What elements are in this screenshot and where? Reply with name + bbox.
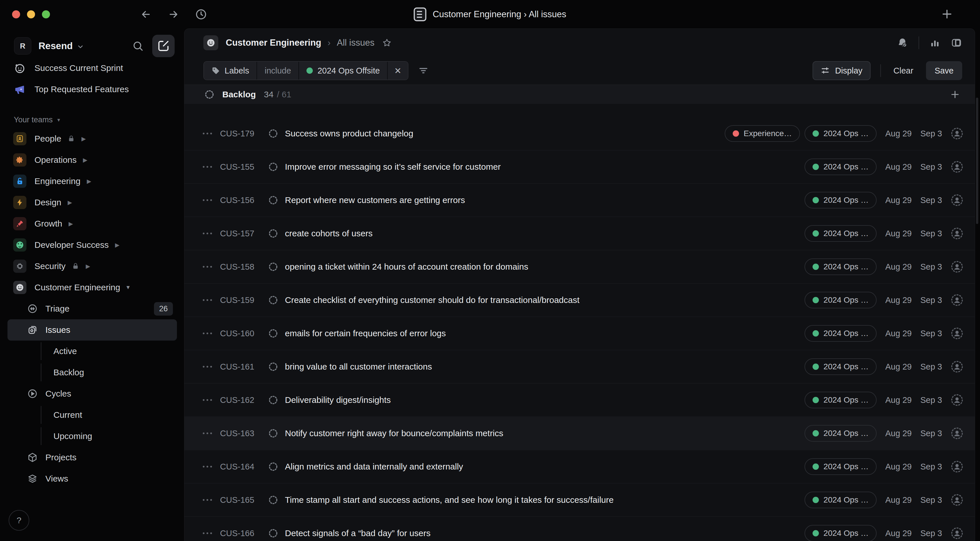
breadcrumb-view[interactable]: All issues	[337, 38, 374, 48]
issue-row[interactable]: CUS-157 create cohorts of users 2024 Ops…	[185, 217, 975, 250]
assignee-avatar[interactable]	[951, 360, 963, 373]
issue-title[interactable]: Create checklist of everything customer …	[285, 295, 796, 305]
label-pill[interactable]: 2024 Ops …	[805, 525, 877, 541]
priority-icon[interactable]	[203, 466, 216, 468]
backlog-section-header[interactable]: Backlog 34 / 61	[185, 85, 975, 104]
filter-value[interactable]: 2024 Ops Offsite	[299, 62, 387, 80]
backlog-status-icon[interactable]	[268, 395, 278, 405]
display-button[interactable]: Display	[813, 61, 870, 80]
label-pill[interactable]: 2024 Ops …	[805, 258, 877, 275]
chevron-down-icon[interactable]	[77, 43, 84, 51]
label-pill[interactable]: 2024 Ops …	[805, 125, 877, 142]
priority-icon[interactable]	[203, 366, 216, 368]
sidebar-item-triage[interactable]: Triage 26	[8, 298, 177, 319]
issue-row[interactable]: CUS-163 Notify customer right away for b…	[185, 417, 975, 450]
new-tab-button[interactable]	[940, 8, 954, 21]
assignee-avatar[interactable]	[951, 127, 963, 140]
your-teams-header[interactable]: Your teams▾	[8, 111, 177, 128]
add-issue-button[interactable]	[950, 89, 961, 100]
backlog-status-icon[interactable]	[268, 262, 278, 272]
search-icon[interactable]	[129, 37, 147, 55]
priority-icon[interactable]	[203, 499, 216, 501]
issue-row[interactable]: CUS-162 Deliverability digest/insights 2…	[185, 383, 975, 417]
issue-title[interactable]: Time stamp all start and success actions…	[285, 495, 796, 505]
add-filter-icon[interactable]	[418, 65, 428, 76]
sidebar-item-cycles[interactable]: Cycles	[8, 383, 177, 404]
sidebar-team-design[interactable]: Design ▶	[8, 192, 177, 213]
assignee-avatar[interactable]	[951, 493, 963, 506]
issue-row[interactable]: CUS-158 opening a ticket within 24 hours…	[185, 250, 975, 284]
assignee-avatar[interactable]	[951, 527, 963, 539]
breadcrumb-team[interactable]: Customer Engineering	[226, 38, 321, 48]
backlog-status-icon[interactable]	[268, 195, 278, 205]
label-pill[interactable]: 2024 Ops …	[805, 159, 877, 175]
issue-row[interactable]: CUS-165 Time stamp all start and success…	[185, 484, 975, 517]
sidebar-team-security[interactable]: Security ▶	[8, 256, 177, 277]
label-pill[interactable]: 2024 Ops …	[805, 192, 877, 208]
priority-icon[interactable]	[203, 399, 216, 401]
backlog-status-icon[interactable]	[268, 428, 278, 438]
forward-button[interactable]	[167, 8, 180, 21]
priority-icon[interactable]	[203, 199, 216, 201]
issue-title[interactable]: bring value to all customer interactions	[285, 362, 796, 372]
sidebar-team-developer-success[interactable]: Developer Success ▶	[8, 234, 177, 256]
workspace-logo[interactable]: R	[14, 38, 31, 54]
assignee-avatar[interactable]	[951, 261, 963, 273]
side-panel-toggle-icon[interactable]	[951, 37, 962, 49]
sidebar-item-top-requested-features[interactable]: Top Requested Features	[8, 79, 177, 100]
issue-row[interactable]: CUS-160 emails for certain frequencies o…	[185, 317, 975, 350]
priority-icon[interactable]	[203, 333, 216, 334]
issue-title[interactable]: Detect signals of a “bad day” for users	[285, 528, 796, 538]
filter-field[interactable]: Labels	[204, 62, 256, 80]
priority-icon[interactable]	[203, 133, 216, 134]
backlog-status-icon[interactable]	[268, 162, 278, 172]
sidebar-item-projects[interactable]: Projects	[8, 447, 177, 468]
priority-icon[interactable]	[203, 299, 216, 301]
issue-title[interactable]: create cohorts of users	[285, 229, 796, 238]
issue-row[interactable]: CUS-156 Report where new customers are g…	[185, 184, 975, 217]
label-pill[interactable]: 2024 Ops …	[805, 492, 877, 508]
notifications-icon[interactable]	[897, 37, 908, 49]
sidebar-scroll-area[interactable]: Success Current Sprint Top Requested Fea…	[8, 62, 177, 487]
issue-row[interactable]: CUS-155 Improve error messaging so it’s …	[185, 151, 975, 184]
backlog-status-icon[interactable]	[268, 229, 278, 238]
help-button[interactable]: ?	[9, 510, 29, 531]
priority-icon[interactable]	[203, 232, 216, 234]
sidebar-item-issues[interactable]: Issues	[8, 319, 177, 341]
insights-icon[interactable]	[929, 37, 940, 48]
backlog-status-icon[interactable]	[268, 495, 278, 505]
issue-title[interactable]: Deliverability digest/insights	[285, 395, 796, 405]
remove-filter-button[interactable]: ✕	[388, 62, 407, 80]
sidebar-team-operations[interactable]: Operations ▶	[8, 149, 177, 170]
workspace-name[interactable]: Resend	[38, 40, 73, 51]
save-button[interactable]: Save	[926, 61, 962, 80]
issue-row[interactable]: CUS-161 bring value to all customer inte…	[185, 350, 975, 383]
sidebar-item-success-current-sprint[interactable]: Success Current Sprint	[8, 62, 177, 79]
backlog-status-icon[interactable]	[268, 528, 278, 538]
label-pill[interactable]: 2024 Ops …	[805, 458, 877, 475]
sidebar-team-engineering[interactable]: Engineering ▶	[8, 170, 177, 192]
sidebar-item-upcoming[interactable]: Upcoming	[8, 426, 177, 447]
assignee-avatar[interactable]	[951, 394, 963, 406]
priority-icon[interactable]	[203, 433, 216, 434]
new-issue-button[interactable]	[152, 35, 175, 57]
assignee-avatar[interactable]	[951, 460, 963, 473]
close-window-button[interactable]	[12, 10, 20, 18]
backlog-status-icon[interactable]	[268, 462, 278, 471]
sidebar-item-views[interactable]: Views	[8, 468, 177, 487]
back-button[interactable]	[139, 8, 153, 21]
issue-title[interactable]: Report where new customers are getting e…	[285, 195, 796, 205]
issue-row[interactable]: CUS-159 Create checklist of everything c…	[185, 284, 975, 317]
assignee-avatar[interactable]	[951, 161, 963, 173]
clear-button[interactable]: Clear	[891, 66, 916, 76]
label-pill[interactable]: 2024 Ops …	[805, 425, 877, 442]
backlog-status-icon[interactable]	[268, 328, 278, 338]
assignee-avatar[interactable]	[951, 294, 963, 306]
priority-icon[interactable]	[203, 532, 216, 534]
scrollbar[interactable]	[976, 98, 978, 224]
label-pill[interactable]: 2024 Ops …	[805, 225, 877, 242]
maximize-window-button[interactable]	[42, 10, 50, 18]
favorite-star-icon[interactable]	[382, 38, 392, 48]
assignee-avatar[interactable]	[951, 327, 963, 340]
label-pill[interactable]: 2024 Ops …	[805, 392, 877, 408]
